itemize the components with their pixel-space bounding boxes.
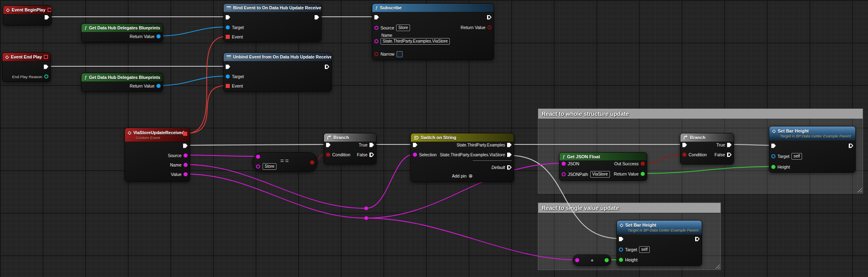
source-field[interactable]: Store (396, 25, 410, 31)
return-value-pin[interactable] (487, 25, 492, 29)
blueprint-graph[interactable]: React to whole structure update React to… (0, 0, 868, 277)
node-equals[interactable]: Store == (253, 152, 317, 172)
node-branch-1[interactable]: Branch Condition True False (324, 133, 376, 164)
delegate-pin[interactable] (48, 8, 51, 12)
node-get-json-float[interactable]: ƒ Get JSON Float JSON Out Success JSONPa… (559, 152, 647, 181)
target-pin[interactable] (226, 25, 230, 29)
target-field[interactable]: self (791, 153, 802, 160)
exec-out-pin[interactable] (44, 65, 48, 69)
case-examples-exec-pin[interactable] (507, 143, 512, 147)
node-set-bar-height-2[interactable]: ◇ Set Bar Height Target is BP Data Gette… (616, 220, 702, 266)
target-pin[interactable] (619, 248, 623, 252)
exec-in-pin[interactable] (226, 65, 230, 69)
case-viastore-exec-pin[interactable] (507, 153, 512, 157)
node-get-data-hub-delegates-2[interactable]: ƒ Get Data Hub Delegates Blueprints Retu… (81, 73, 163, 92)
pin-label: State.ThirdParty.Examples (457, 143, 505, 147)
pin-label: Event (232, 34, 243, 39)
function-icon: ƒ (562, 154, 565, 159)
exec-out-pin[interactable] (315, 15, 319, 20)
out-success-pin[interactable] (641, 162, 645, 166)
pin-label: Target (232, 25, 244, 30)
narrow-pin[interactable] (374, 52, 378, 56)
exec-in-pin[interactable] (682, 143, 687, 147)
function-icon: ƒ (84, 25, 87, 30)
pin-label: Event (232, 83, 243, 88)
target-pin[interactable] (226, 74, 230, 79)
equals-input-b-pin[interactable] (256, 164, 260, 169)
exec-in-pin[interactable] (413, 143, 417, 147)
branch-icon (327, 135, 331, 140)
target-pin[interactable] (771, 154, 775, 158)
node-via-store-update-received[interactable]: ◇ ViaStoreUpdateReceived Custom Event So… (125, 128, 190, 182)
exec-out-pin[interactable] (325, 65, 329, 69)
exec-out-pin[interactable] (849, 144, 853, 148)
narrow-checkbox[interactable] (397, 51, 403, 57)
source-pin[interactable] (374, 26, 378, 30)
exec-in-pin[interactable] (374, 15, 379, 20)
add-pin-button[interactable]: Add pin ⊕ (411, 173, 514, 179)
return-value-pin[interactable] (641, 172, 645, 176)
reroute-node-name[interactable] (365, 207, 368, 210)
wire-delegates2-to-unbind-target (158, 76, 226, 86)
delegate-pin[interactable] (44, 55, 48, 59)
node-event-end-play[interactable]: ◇ Event End Play End Play Reason (2, 52, 51, 82)
event-delegate-pin[interactable] (226, 84, 230, 88)
node-bind-event[interactable]: Bind Event to On Data Hub Update Receive… (223, 3, 322, 42)
wire-source-to-equals (184, 155, 257, 156)
comment-resize-handle[interactable] (857, 187, 862, 192)
return-value-pin[interactable] (156, 34, 161, 38)
add-icon: ⊕ (469, 173, 473, 179)
node-switch-on-string[interactable]: Switch on String Selection State.ThirdPa… (410, 133, 514, 182)
return-value-pin[interactable] (156, 84, 161, 88)
comment-resize-handle[interactable] (714, 263, 720, 269)
json-path-field[interactable]: ViaStore (590, 171, 610, 178)
convert-output-pin[interactable] (605, 258, 609, 262)
selection-pin[interactable] (413, 153, 417, 157)
value-pin[interactable] (184, 172, 188, 176)
exec-out-pin[interactable] (183, 144, 188, 148)
exec-out-pin[interactable] (487, 15, 492, 20)
name-pin[interactable] (374, 39, 378, 43)
height-pin[interactable] (771, 165, 775, 169)
exec-in-pin[interactable] (326, 143, 331, 147)
name-field[interactable]: State.ThirdParty.Examples.ViaStore (381, 38, 450, 45)
pin-label: Narrow (381, 52, 394, 56)
node-branch-2[interactable]: Branch Condition True False (680, 133, 734, 164)
name-pin[interactable] (184, 163, 188, 167)
target-field[interactable]: self (639, 246, 650, 253)
condition-pin[interactable] (682, 153, 687, 157)
comment-title-bar[interactable]: React to single value update (538, 203, 721, 213)
json-pin[interactable] (562, 162, 566, 166)
json-path-pin[interactable] (562, 172, 566, 176)
true-exec-pin[interactable] (369, 143, 374, 147)
false-exec-pin[interactable] (369, 153, 374, 157)
comment-title-bar[interactable]: React to whole structure update (538, 109, 863, 119)
end-play-reason-pin[interactable] (44, 74, 48, 79)
default-exec-pin[interactable] (507, 165, 512, 170)
false-exec-pin[interactable] (727, 153, 732, 157)
node-subscribe[interactable]: ƒ Subscribe Source Store Return Value Na… (372, 3, 494, 60)
convert-input-pin[interactable] (575, 258, 579, 262)
reroute-node-value[interactable] (365, 216, 368, 220)
height-pin[interactable] (619, 258, 623, 262)
delegate-pin[interactable] (183, 132, 187, 136)
pin-label: True (716, 142, 725, 147)
equals-b-field[interactable]: Store (263, 163, 276, 170)
wire-delegate-to-bind-event (186, 36, 226, 133)
exec-in-pin[interactable] (619, 237, 623, 241)
node-get-data-hub-delegates-1[interactable]: ƒ Get Data Hub Delegates Blueprints Retu… (81, 23, 163, 42)
source-pin[interactable] (184, 153, 188, 158)
node-unbind-event[interactable]: Unbind Event from On Data Hub Update Rec… (223, 52, 332, 92)
equals-result-pin[interactable] (310, 160, 314, 164)
node-set-bar-height-1[interactable]: ◇ Set Bar Height Target is BP Data Gette… (769, 126, 856, 173)
true-exec-pin[interactable] (727, 143, 732, 147)
node-string-to-float-conversion[interactable] (573, 254, 611, 266)
node-title: Get Data Hub Delegates Blueprints (89, 25, 160, 30)
condition-pin[interactable] (326, 153, 330, 157)
exec-in-pin[interactable] (226, 15, 230, 20)
exec-out-pin[interactable] (45, 15, 49, 20)
exec-out-pin[interactable] (695, 237, 700, 241)
event-delegate-pin[interactable] (226, 35, 230, 39)
exec-in-pin[interactable] (771, 144, 776, 148)
node-event-begin-play[interactable]: ◇ Event BeginPlay (3, 5, 52, 25)
